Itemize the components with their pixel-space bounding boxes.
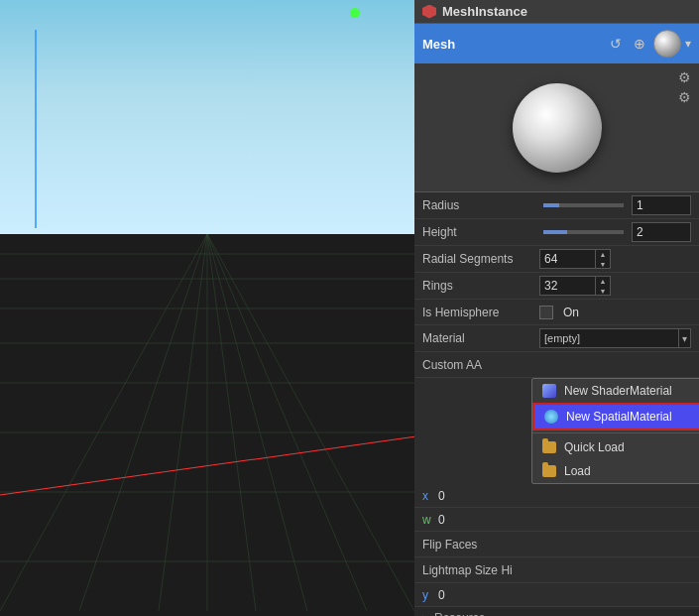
mesh-dropdown-arrow: ▾ bbox=[685, 37, 691, 51]
load-item[interactable]: Load bbox=[532, 459, 699, 483]
svg-line-14 bbox=[207, 234, 367, 611]
material-label: Material bbox=[422, 331, 539, 345]
resource-section[interactable]: ▶ Resource bbox=[414, 607, 699, 616]
axis-line-blue bbox=[35, 30, 37, 228]
mesh-sphere-preview-large bbox=[513, 83, 602, 173]
lightmap-label: Lightmap Size Hi bbox=[422, 563, 539, 577]
height-row: Height bbox=[414, 219, 699, 246]
radial-segments-up[interactable]: ▲ bbox=[596, 249, 610, 259]
quick-load-label: Quick Load bbox=[564, 440, 625, 454]
rings-input[interactable] bbox=[540, 277, 595, 295]
grid-svg bbox=[0, 234, 414, 611]
height-label: Height bbox=[422, 225, 539, 239]
custom-aa-label: Custom AA bbox=[422, 358, 539, 372]
indicator-dot bbox=[350, 8, 360, 18]
hemisphere-on-text: On bbox=[563, 306, 579, 319]
new-shader-material-label: New ShaderMaterial bbox=[564, 384, 672, 398]
inspector-header: MeshInstance bbox=[414, 0, 699, 24]
svg-line-9 bbox=[79, 234, 207, 611]
rings-down[interactable]: ▼ bbox=[596, 286, 610, 296]
new-spatial-material-label: New SpatialMaterial bbox=[566, 410, 672, 424]
svg-line-10 bbox=[159, 234, 207, 611]
mesh-sphere-thumbnail bbox=[653, 30, 681, 58]
inspector-panel: MeshInstance Mesh ↺ ⊕ ▾ ⚙ ⚙ Radius Heigh… bbox=[414, 0, 699, 616]
inspector-title: MeshInstance bbox=[442, 4, 527, 19]
x-value: 0 bbox=[438, 489, 445, 503]
x-label: x bbox=[422, 489, 434, 503]
mesh-label: Mesh bbox=[422, 37, 600, 52]
hemisphere-label: Is Hemisphere bbox=[422, 306, 539, 319]
mesh-instance-icon bbox=[422, 5, 436, 19]
y-value: 0 bbox=[438, 588, 445, 602]
rings-up[interactable]: ▲ bbox=[596, 276, 610, 286]
rings-spinner[interactable]: ▲ ▼ bbox=[539, 276, 611, 296]
radial-segments-arrows: ▲ ▼ bbox=[595, 249, 610, 269]
hemisphere-row: Is Hemisphere On bbox=[414, 300, 699, 325]
dropdown-popup: New ShaderMaterial New SpatialMaterial Q… bbox=[531, 378, 699, 484]
radial-segments-row: Radial Segments ▲ ▼ bbox=[414, 246, 699, 273]
y-label: y bbox=[422, 588, 434, 602]
radial-segments-spinner[interactable]: ▲ ▼ bbox=[539, 249, 611, 269]
new-spatial-material-item[interactable]: New SpatialMaterial bbox=[532, 403, 699, 431]
y-coord-row: y 0 bbox=[414, 583, 699, 607]
w-label: w bbox=[422, 513, 434, 527]
new-shader-material-item[interactable]: New ShaderMaterial bbox=[532, 379, 699, 403]
mesh-row: Mesh ↺ ⊕ ▾ bbox=[414, 24, 699, 63]
mesh-controls: ↺ ⊕ ▾ bbox=[606, 30, 691, 58]
ground bbox=[0, 234, 414, 616]
flip-faces-row: Flip Faces bbox=[414, 532, 699, 557]
flip-faces-label: Flip Faces bbox=[422, 538, 539, 552]
w-value: 0 bbox=[438, 513, 445, 527]
mesh-preview-area: ⚙ ⚙ bbox=[414, 63, 699, 192]
preview-gear-mid-icon[interactable]: ⚙ bbox=[678, 89, 691, 105]
shader-icon bbox=[542, 384, 556, 398]
quick-load-folder-icon bbox=[542, 441, 556, 453]
dropdown-divider bbox=[532, 432, 699, 433]
custom-aa-row: Custom AA bbox=[414, 352, 699, 378]
x-coord-row: x 0 bbox=[414, 484, 699, 508]
lightmap-row: Lightmap Size Hi bbox=[414, 557, 699, 583]
svg-line-15 bbox=[207, 234, 414, 611]
spatial-icon bbox=[544, 410, 558, 424]
material-row: Material [empty] ▾ bbox=[414, 325, 699, 352]
rings-row: Rings ▲ ▼ bbox=[414, 273, 699, 300]
properties-list: Radius Height Radial Segments ▲ ▼ bbox=[414, 192, 699, 616]
w-coord-row: w 0 bbox=[414, 508, 699, 532]
radial-segments-label: Radial Segments bbox=[422, 252, 539, 266]
material-dropdown[interactable]: [empty] ▾ bbox=[539, 328, 691, 348]
radius-slider[interactable] bbox=[543, 203, 624, 207]
height-slider[interactable] bbox=[543, 230, 624, 234]
resource-arrow-icon: ▶ bbox=[422, 613, 430, 617]
radial-segments-input[interactable] bbox=[540, 250, 595, 268]
radius-input[interactable] bbox=[632, 195, 691, 215]
hemisphere-checkbox[interactable] bbox=[539, 306, 553, 319]
radius-row: Radius bbox=[414, 192, 699, 219]
radius-label: Radius bbox=[422, 198, 539, 212]
svg-line-13 bbox=[207, 234, 307, 611]
rings-arrows: ▲ ▼ bbox=[595, 276, 610, 296]
mesh-add-button[interactable]: ⊕ bbox=[630, 34, 649, 54]
material-dropdown-menu: New ShaderMaterial New SpatialMaterial Q… bbox=[414, 378, 699, 484]
material-dropdown-value: [empty] bbox=[540, 332, 678, 344]
hemisphere-toggle[interactable]: On bbox=[539, 306, 579, 319]
preview-gear-top-icon[interactable]: ⚙ bbox=[678, 69, 691, 85]
mesh-reset-button[interactable]: ↺ bbox=[606, 34, 626, 54]
rings-label: Rings bbox=[422, 279, 539, 293]
load-folder-icon bbox=[542, 465, 556, 477]
3d-viewport[interactable] bbox=[0, 0, 414, 616]
quick-load-item[interactable]: Quick Load bbox=[532, 435, 699, 459]
svg-line-12 bbox=[207, 234, 256, 611]
load-label: Load bbox=[564, 464, 591, 478]
material-dropdown-arrow-icon: ▾ bbox=[678, 329, 690, 347]
svg-line-8 bbox=[0, 234, 207, 611]
sky bbox=[0, 0, 414, 234]
height-input[interactable] bbox=[632, 222, 691, 242]
radial-segments-down[interactable]: ▼ bbox=[596, 259, 610, 269]
resource-label: Resource bbox=[434, 611, 485, 616]
